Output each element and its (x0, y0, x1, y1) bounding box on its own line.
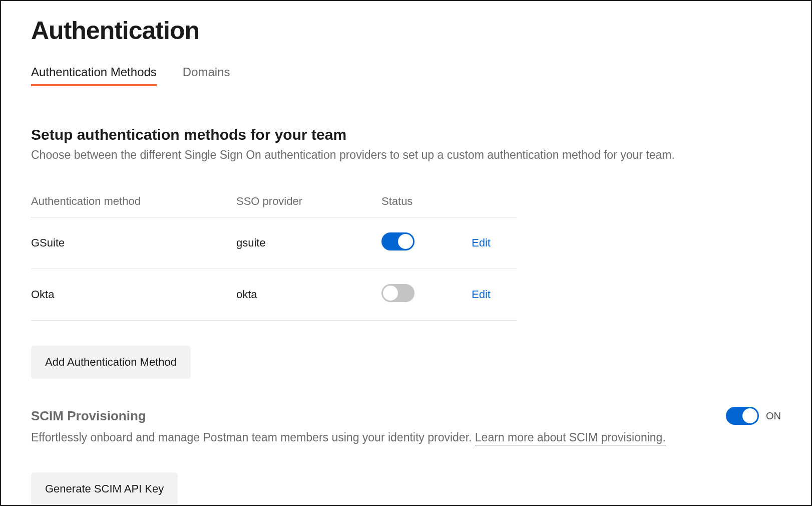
status-toggle-on[interactable] (381, 232, 415, 250)
scim-description-text: Effortlessly onboard and manage Postman … (31, 431, 475, 444)
col-header-status: Status (381, 195, 472, 217)
auth-section-subheading: Choose between the different Single Sign… (31, 148, 781, 162)
scim-toggle-group: ON (726, 407, 781, 425)
edit-link[interactable]: Edit (472, 236, 491, 249)
status-toggle-off[interactable] (381, 284, 415, 302)
cell-provider: gsuite (236, 217, 381, 269)
page-title: Authentication (31, 16, 781, 45)
scim-description: Effortlessly onboard and manage Postman … (31, 431, 781, 444)
table-row: GSuite gsuite Edit (31, 217, 517, 269)
tab-authentication-methods[interactable]: Authentication Methods (31, 65, 157, 86)
add-authentication-method-button[interactable]: Add Authentication Method (31, 346, 191, 379)
generate-scim-api-key-button[interactable]: Generate SCIM API Key (31, 472, 178, 505)
table-row: Okta okta Edit (31, 269, 517, 321)
col-header-provider: SSO provider (236, 195, 381, 217)
col-header-method: Authentication method (31, 195, 236, 217)
cell-status (381, 217, 472, 269)
auth-methods-table: Authentication method SSO provider Statu… (31, 195, 517, 321)
auth-section-heading: Setup authentication methods for your te… (31, 126, 781, 143)
cell-provider: okta (236, 269, 381, 321)
cell-method: Okta (31, 269, 236, 321)
col-header-action (472, 195, 517, 217)
tab-domains[interactable]: Domains (183, 65, 230, 86)
tabs-container: Authentication Methods Domains (31, 65, 781, 86)
scim-learn-more-link[interactable]: Learn more about SCIM provisioning. (475, 431, 666, 445)
scim-toggle[interactable] (726, 407, 759, 425)
scim-toggle-label: ON (766, 410, 781, 422)
scim-header-row: SCIM Provisioning ON (31, 407, 781, 425)
cell-status (381, 269, 472, 321)
cell-method: GSuite (31, 217, 236, 269)
edit-link[interactable]: Edit (472, 288, 491, 301)
scim-heading: SCIM Provisioning (31, 408, 146, 424)
